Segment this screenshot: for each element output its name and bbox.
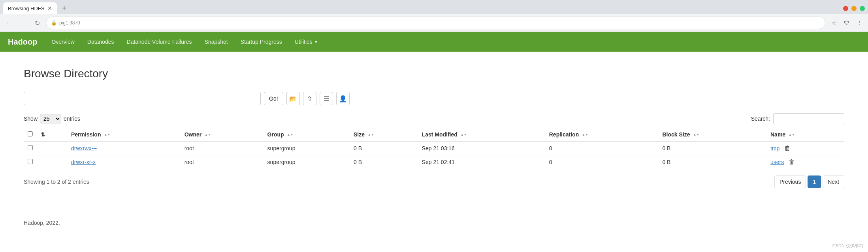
col-replication-label: Replication	[549, 131, 579, 138]
col-replication[interactable]: Replication ▲▼	[545, 128, 659, 141]
browser-tabs: Browsing HDFS ✕ +	[0, 0, 868, 14]
row-owner-1: root	[181, 155, 264, 169]
row-block-size-0: 0 B	[658, 141, 766, 155]
navbar: Hadoop Overview Datanodes Datanode Volum…	[0, 32, 868, 52]
tab-title: Browsing HDFS	[8, 6, 44, 11]
active-tab[interactable]: Browsing HDFS ✕	[3, 2, 57, 14]
delete-icon-0[interactable]: 🗑	[784, 145, 791, 151]
files-table: ⇅ Permission ▲▼ Owner ▲▼ Group ▲▼	[24, 128, 844, 169]
maximize-window-button[interactable]	[860, 6, 865, 11]
search-label: Search:	[751, 116, 770, 122]
col-last-modified-label: Last Modified	[422, 131, 458, 138]
col-size[interactable]: Size ▲▼	[350, 128, 418, 141]
sort-icon: ⇅	[41, 131, 45, 138]
table-header-row: ⇅ Permission ▲▼ Owner ▲▼ Group ▲▼	[24, 128, 844, 141]
nav-datanodes[interactable]: Datanodes	[81, 33, 121, 50]
browser-action-icons: ☆ 🛡 ⋮	[828, 17, 865, 28]
page-title: Browse Directory	[24, 67, 844, 80]
col-name-label: Name	[770, 131, 785, 138]
reload-button[interactable]: ↻	[32, 17, 43, 28]
row-index-1	[37, 155, 67, 169]
pagination: Previous 1 Next	[774, 175, 844, 188]
person-icon: 👤	[339, 95, 347, 103]
col-group-label: Group	[267, 131, 284, 138]
footer-text: Hadoop, 2022.	[24, 220, 60, 226]
col-permission[interactable]: Permission ▲▼	[67, 128, 181, 141]
showing-text: Showing 1 to 2 of 2 entries	[24, 179, 89, 185]
menu-icon[interactable]: ⋮	[854, 17, 865, 28]
sort-icon-header[interactable]: ⇅	[37, 128, 67, 141]
row-permission-0: drwxrwx---	[67, 141, 181, 155]
row-last-modified-0: Sep 21 03:16	[418, 141, 545, 155]
window-controls	[843, 6, 865, 11]
shield-icon[interactable]: 🛡	[841, 17, 852, 28]
row-checkbox-cell	[24, 155, 37, 169]
row-size-0: 0 B	[350, 141, 418, 155]
col-size-label: Size	[354, 131, 365, 138]
security-icon: 🔒	[51, 20, 57, 26]
tab-close-button[interactable]: ✕	[47, 5, 52, 11]
size-sort-icon: ▲▼	[368, 133, 374, 136]
select-all-checkbox[interactable]	[28, 131, 33, 136]
minimize-window-button[interactable]	[851, 6, 857, 11]
path-input[interactable]: /	[24, 92, 261, 105]
col-last-modified[interactable]: Last Modified ▲▼	[418, 128, 545, 141]
new-tab-button[interactable]: +	[58, 3, 70, 14]
page-1-button[interactable]: 1	[808, 175, 821, 188]
name-link-1[interactable]: users	[770, 159, 784, 165]
col-owner[interactable]: Owner ▲▼	[181, 128, 264, 141]
row-checkbox-0[interactable]	[28, 145, 33, 150]
directory-table: ⇅ Permission ▲▼ Owner ▲▼ Group ▲▼	[24, 128, 844, 169]
back-button[interactable]: ←	[3, 17, 14, 28]
col-group[interactable]: Group ▲▼	[264, 128, 350, 141]
row-checkbox-1[interactable]	[28, 159, 33, 164]
home-folder-icon: 📂	[289, 95, 297, 103]
delete-icon-1[interactable]: 🗑	[789, 159, 795, 165]
row-name-0: tmp 🗑	[766, 141, 844, 155]
go-button[interactable]: Go!	[264, 92, 283, 105]
select-all-header	[24, 128, 37, 141]
address-input[interactable]: pig1:9870/explorer.html#/	[83, 20, 820, 26]
entries-label: entries	[64, 116, 80, 122]
close-window-button[interactable]	[843, 6, 848, 11]
group-sort-icon: ▲▼	[287, 133, 294, 136]
row-permission-1: drwxr-xr-x	[67, 155, 181, 169]
nav-startup-progress[interactable]: Startup Progress	[234, 33, 288, 50]
main-content: Browse Directory / Go! 📂 ⇧ ☰ 👤 Show 10 2…	[0, 52, 868, 250]
nav-snapshot[interactable]: Snapshot	[198, 33, 234, 50]
browser-chrome: Browsing HDFS ✕ + ← → ↻ 🔒 pig1:9870 pig1…	[0, 0, 868, 32]
address-bar: 🔒 pig1:9870 pig1:9870/explorer.html#/	[46, 17, 825, 29]
row-size-1: 0 B	[350, 155, 418, 169]
table-footer: Showing 1 to 2 of 2 entries Previous 1 N…	[24, 175, 844, 188]
permissions-button[interactable]: 👤	[336, 92, 350, 105]
row-checkbox-cell	[24, 141, 37, 155]
folder-icon-button[interactable]: 📂	[286, 92, 300, 105]
table-controls: Show 10 25 50 100 entries Search:	[24, 113, 844, 124]
block-size-sort-icon: ▲▼	[693, 133, 699, 136]
list-view-button[interactable]: ☰	[320, 92, 333, 105]
name-link-0[interactable]: tmp	[770, 145, 780, 151]
previous-button[interactable]: Previous	[774, 175, 806, 188]
forward-button[interactable]: →	[17, 17, 28, 28]
permission-link-1[interactable]: drwxr-xr-x	[71, 159, 96, 165]
row-replication-1: 0	[545, 155, 659, 169]
permission-sort-icon: ▲▼	[104, 133, 110, 136]
row-group-1: supergroup	[264, 155, 350, 169]
col-block-size[interactable]: Block Size ▲▼	[658, 128, 766, 141]
col-name[interactable]: Name ▲▼	[766, 128, 844, 141]
nav-overview[interactable]: Overview	[45, 33, 81, 50]
watermark: CSDN 仅供学习	[832, 243, 863, 249]
row-last-modified-1: Sep 21 02:41	[418, 155, 545, 169]
next-button[interactable]: Next	[823, 175, 844, 188]
table-row: drwxrwx--- root supergroup 0 B Sep 21 03…	[24, 141, 844, 155]
permission-link-0[interactable]: drwxrwx---	[71, 145, 97, 151]
nav-datanode-volume-failures[interactable]: Datanode Volume Failures	[121, 33, 198, 50]
nav-utilities[interactable]: Utilities ▼	[288, 33, 324, 50]
replication-sort-icon: ▲▼	[582, 133, 588, 136]
search-input[interactable]	[773, 113, 844, 124]
page-footer: Hadoop, 2022.	[24, 212, 844, 234]
entries-select[interactable]: 10 25 50 100	[40, 114, 61, 123]
row-block-size-1: 0 B	[658, 155, 766, 169]
bookmark-icon[interactable]: ☆	[828, 17, 840, 28]
up-directory-button[interactable]: ⇧	[303, 92, 316, 105]
